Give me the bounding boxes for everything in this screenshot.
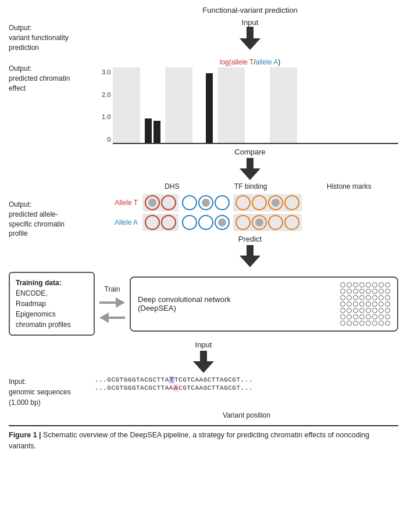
layer-3	[340, 295, 390, 300]
compare-arrow	[240, 158, 260, 180]
bar-group-3	[165, 67, 192, 143]
right-arrowhead	[116, 297, 125, 308]
network-subtitle: (DeepSEA)	[138, 304, 231, 312]
network-title: Deep convolutional network	[138, 295, 231, 304]
neuron	[372, 314, 377, 319]
training-title: Training data:	[16, 278, 88, 288]
histone-label: Histone marks	[300, 182, 398, 190]
y-label-2: 2.0	[102, 91, 110, 98]
predict-label: Predict	[238, 235, 262, 243]
input-arrow-bottom	[193, 351, 214, 373]
circle-t-5	[215, 195, 230, 210]
neuron	[347, 282, 352, 287]
layer-5	[340, 308, 390, 313]
dhs-group-a	[142, 214, 178, 231]
allele-t-label: Allele T	[102, 199, 142, 207]
figure-caption-bold: Figure 1 |	[9, 431, 41, 439]
allele-a-circles	[142, 214, 398, 231]
neuron	[366, 308, 371, 313]
neuron	[372, 289, 377, 294]
circle-t-8	[268, 195, 283, 210]
y-axis: 3.0 2.0 1.0 0	[102, 69, 110, 144]
neuron	[385, 289, 390, 294]
layer-7	[340, 321, 390, 326]
circle-a-1	[145, 215, 160, 230]
sequences-section: Input: genomic sequences (1,000 bp) ...G…	[9, 376, 398, 408]
neuron	[366, 282, 371, 287]
circle-t-2	[161, 195, 176, 210]
neuron	[340, 308, 345, 313]
training-body: ENCODE, Roadmap Epigenomics chromatin pr…	[16, 288, 88, 330]
neuron	[359, 301, 365, 307]
layer-1	[340, 282, 390, 287]
tf-group-t	[180, 194, 232, 211]
y-label-1: 1.0	[102, 113, 110, 120]
neuron	[385, 301, 390, 307]
neuron	[372, 282, 377, 287]
neuron	[353, 314, 358, 319]
histone-group-t	[233, 194, 302, 211]
seq-content: ...GCGTGGGTACGCTTATTCGTCAAGCTTAGCGT... .…	[95, 376, 398, 408]
seq2-highlight: A	[173, 384, 178, 391]
chart-section: Output: predicted chromatin effect log(a…	[9, 58, 398, 144]
circle-t-6	[235, 195, 251, 210]
neuron	[366, 301, 371, 307]
network-text-block: Deep convolutional network (DeepSEA)	[138, 295, 231, 312]
bar-group-6	[245, 67, 270, 143]
neuron	[340, 282, 345, 287]
neuron	[353, 295, 358, 300]
neuron	[340, 301, 345, 307]
neuron	[359, 289, 365, 294]
top-section: Functional-variant prediction Input	[102, 6, 398, 52]
neuron	[385, 295, 390, 300]
seq-line-2: ...GCGTGGGTACGCTTAAACGTCAAGCTTAGCGT...	[95, 384, 398, 391]
bar-group-4	[192, 67, 217, 143]
circle-t-3	[182, 195, 197, 210]
training-box: Training data: ENCODE, Roadmap Epigenomi…	[9, 272, 95, 336]
circle-a-7	[252, 215, 267, 230]
histone-group-a	[233, 214, 302, 231]
seq-line-1: ...GCGTGGGTACGCTTATTCGTCAAGCTTAGCGT...	[95, 376, 398, 383]
neuron	[340, 321, 345, 326]
input-top-label: Input	[242, 18, 259, 27]
chromatin-col-labels: DHS TF binding Histone marks	[102, 182, 398, 190]
allele-a-label: Allele A	[102, 218, 142, 227]
neuron	[379, 321, 384, 326]
chart-subtitle: log(allele T/allele A)	[102, 58, 398, 66]
neuron	[379, 314, 384, 319]
neuron	[366, 314, 371, 319]
figure-caption-text: Schematic overview of the DeepSEA pipeli…	[9, 431, 369, 450]
compare-section: Compare	[102, 148, 398, 180]
network-layers	[340, 282, 390, 326]
layer-6	[340, 314, 390, 319]
circle-a-5	[215, 215, 230, 230]
bar-group-2	[140, 67, 165, 143]
bar-chart-wrapper: log(allele T/allele A) 3.0 2.0 1.0 0	[102, 58, 398, 144]
neuron	[347, 295, 352, 300]
main-container: Output: variant functionality prediction…	[0, 0, 407, 458]
neuron	[372, 308, 377, 313]
chromatin-section: Output: predicted allele- specific chrom…	[9, 182, 398, 231]
circle-t-1	[145, 195, 160, 210]
predict-section: Predict	[102, 235, 398, 267]
allele-a-row: Allele A	[102, 214, 398, 231]
neuron	[379, 295, 384, 300]
layer-4	[340, 301, 390, 307]
output-chromatin-label: Output: predicted chromatin effect	[9, 64, 96, 93]
network-box: Deep convolutional network (DeepSEA)	[130, 276, 398, 332]
neuron	[379, 289, 384, 294]
seq2-suffix: CGTCAAGCTTAGCGT...	[178, 384, 253, 391]
bars-container	[113, 69, 398, 144]
neuron	[353, 289, 358, 294]
neuron	[366, 295, 371, 300]
circle-t-7	[252, 195, 267, 210]
y-label-3: 3.0	[102, 69, 110, 76]
variant-position-label: Variant position	[95, 411, 398, 419]
seq1-prefix: ...GCGTGGGTACGCTTA	[95, 376, 169, 383]
neuron	[359, 308, 365, 313]
seq-label: Input: genomic sequences (1,000 bp)	[9, 376, 95, 408]
network-section: Training data: ENCODE, Roadmap Epigenomi…	[9, 272, 398, 336]
neuron	[379, 282, 384, 287]
neuron	[379, 301, 384, 307]
output-variant-label: Output: variant functionality prediction	[9, 23, 96, 52]
